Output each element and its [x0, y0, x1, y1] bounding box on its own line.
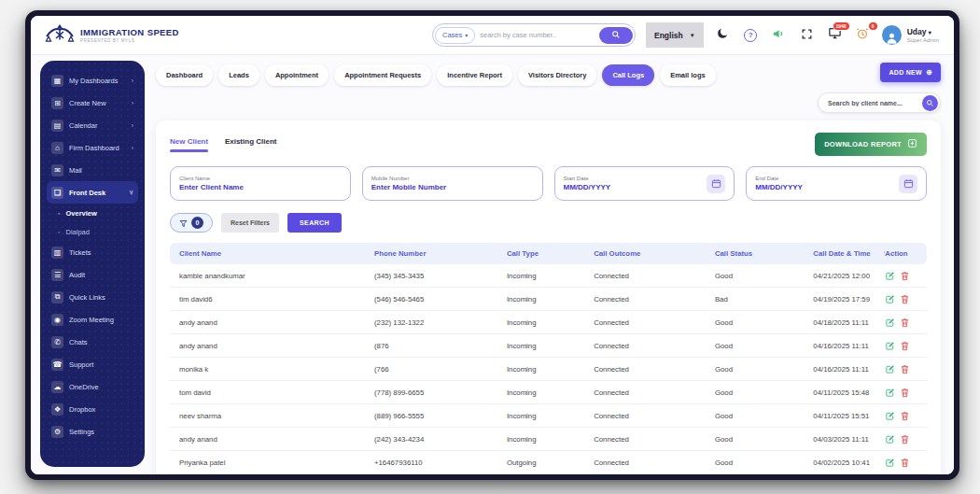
sidebar-item-audit[interactable]: ☰Audit — [47, 263, 138, 286]
chats-icon: ✆ — [51, 336, 63, 348]
edit-icon[interactable] — [885, 341, 895, 351]
edit-icon[interactable] — [885, 318, 895, 328]
delete-icon[interactable] — [900, 388, 910, 398]
app-logo[interactable]: IMMIGRATION SPEED PRESENTED BY MYLS — [44, 22, 179, 49]
add-new-button[interactable]: ADD NEW ⊕ — [880, 63, 941, 82]
cell-actions — [885, 411, 927, 421]
edit-icon[interactable] — [885, 294, 895, 304]
create-icon: ⊞ — [51, 97, 63, 109]
tab-leads[interactable]: Leads — [218, 64, 259, 86]
field-label: Mobile Number — [371, 176, 534, 181]
case-search-input[interactable] — [475, 31, 599, 39]
sidebar-item-chats[interactable]: ✆Chats — [47, 331, 138, 353]
sidebar-item-front-desk[interactable]: ❏Front Desk∨ — [47, 181, 138, 204]
tab-appointment-requests[interactable]: Appointment Requests — [334, 64, 431, 86]
tab-existing-client[interactable]: Existing Client — [225, 137, 277, 152]
delete-icon[interactable] — [900, 271, 910, 281]
cell-client-name: monika k — [170, 365, 374, 374]
column-header-call-date-time: Call Date & Time⇅ — [813, 249, 885, 258]
case-search-button[interactable] — [599, 27, 633, 44]
cell-actions — [885, 341, 927, 351]
fullscreen-icon — [801, 27, 813, 44]
filter-toggle[interactable]: 0 — [170, 213, 213, 233]
reset-filters-button[interactable]: Reset Filters — [221, 213, 279, 233]
end-date-input[interactable] — [755, 183, 893, 191]
tab-incentive-report[interactable]: Incentive Report — [437, 64, 512, 86]
sidebar-item-create-new[interactable]: ⊞Create New› — [47, 92, 138, 114]
tab-new-client[interactable]: New Client — [170, 137, 208, 152]
delete-icon[interactable] — [900, 434, 910, 445]
sidebar-item-onedrive[interactable]: ☁OneDrive — [47, 375, 138, 398]
table-header-row: Client NamePhone NumberCall TypeCall Out… — [170, 243, 927, 264]
sidebar-item-support[interactable]: ☎Support — [47, 353, 138, 375]
cell-client-name: Priyanka patel — [170, 459, 374, 467]
field-start-date: Start Date — [554, 166, 735, 201]
delete-icon[interactable] — [900, 341, 910, 351]
cell-client-name: neev sharma — [170, 412, 374, 420]
logo-title: IMMIGRATION SPEED — [80, 27, 179, 37]
display-notifications-button[interactable]: 1948 — [826, 26, 844, 44]
delete-icon[interactable] — [900, 318, 910, 328]
zoom-icon: ◉ — [51, 314, 63, 326]
search-scope-dropdown[interactable]: Cases ▾ — [435, 27, 475, 44]
calendar-icon[interactable] — [707, 175, 725, 193]
delete-icon[interactable] — [900, 411, 910, 421]
cell-call-outcome: Connected — [594, 435, 715, 444]
edit-icon[interactable] — [885, 271, 895, 281]
cell-call-outcome: Connected — [594, 272, 715, 280]
search-submit-button[interactable]: SEARCH — [287, 213, 342, 233]
download-report-button[interactable]: DOWNLOAD REPORT — [815, 133, 927, 156]
sidebar-item-quick-links[interactable]: ⧉Quick Links — [47, 286, 138, 308]
language-selector[interactable]: English ▼ — [646, 22, 704, 48]
help-button[interactable]: ? — [742, 26, 760, 44]
timer-button[interactable]: 0 — [854, 26, 872, 44]
table-row: kamble anandkumar(345) 345-3435IncomingC… — [170, 264, 927, 288]
announcements-button[interactable] — [770, 26, 788, 44]
edit-icon[interactable] — [885, 364, 895, 374]
cell-call-type: Incoming — [507, 295, 594, 303]
edit-icon[interactable] — [885, 434, 895, 445]
cell-client-name: andy anand — [170, 342, 374, 350]
sidebar-item-label: Tickets — [69, 248, 91, 257]
sidebar-subitem-dialpad[interactable]: ◦Dialpad — [47, 222, 138, 241]
start-date-input[interactable] — [564, 183, 702, 191]
cell-call-status: Good — [715, 459, 813, 467]
sidebar-item-calendar[interactable]: ▤Calendar› — [47, 114, 138, 136]
tab-email-logs[interactable]: Email logs — [660, 64, 716, 86]
delete-icon[interactable] — [900, 294, 910, 304]
sidebar-item-tickets[interactable]: ▥Tickets — [47, 241, 138, 263]
tab-dashboard[interactable]: Dashboard — [156, 64, 213, 86]
calendar-icon[interactable] — [899, 175, 917, 193]
delete-icon[interactable] — [900, 364, 910, 374]
chevron-right-icon: › — [132, 122, 133, 129]
mobile-number-input[interactable] — [371, 183, 534, 191]
table-row: monika k(766IncomingConnectedGood04/16/2… — [170, 358, 927, 381]
alarm-clock-icon — [856, 27, 869, 44]
sidebar-item-my-dashboards[interactable]: ▦My Dashboards› — [47, 69, 138, 92]
column-header-action: Action — [885, 249, 927, 258]
fullscreen-button[interactable] — [798, 26, 816, 44]
cell-call-outcome: Connected — [594, 388, 715, 397]
sidebar-item-dropbox[interactable]: ❖Dropbox — [47, 398, 138, 420]
user-menu[interactable]: Uday ▾ Super Admin — [882, 25, 939, 45]
sidebar-item-zoom-meeting[interactable]: ◉Zoom Meeting — [47, 308, 138, 331]
tab-call-logs[interactable]: Call Logs — [602, 64, 654, 86]
delete-icon[interactable] — [900, 458, 910, 468]
sidebar-item-firm-dashboard[interactable]: ⌂Firm Dashboard› — [47, 136, 138, 159]
sidebar-item-mail[interactable]: ✉Mail — [47, 159, 138, 181]
tab-visitors-directory[interactable]: Visitors Directory — [518, 64, 596, 86]
edit-icon[interactable] — [885, 411, 895, 421]
dark-mode-toggle[interactable] — [714, 26, 732, 44]
client-search-input[interactable] — [828, 100, 922, 106]
sidebar-subitem-overview[interactable]: ◦Overview — [47, 204, 138, 222]
client-name-input[interactable] — [179, 183, 342, 191]
edit-icon[interactable] — [885, 388, 895, 398]
search-icon — [926, 96, 934, 110]
tab-appointment[interactable]: Appointment — [265, 64, 329, 86]
user-name: Uday — [907, 27, 927, 36]
sidebar-item-settings[interactable]: ⚙Settings — [47, 420, 138, 443]
client-search-button[interactable] — [922, 95, 938, 111]
cell-actions — [885, 271, 927, 281]
cell-call-type: Incoming — [507, 342, 594, 350]
edit-icon[interactable] — [885, 458, 895, 468]
